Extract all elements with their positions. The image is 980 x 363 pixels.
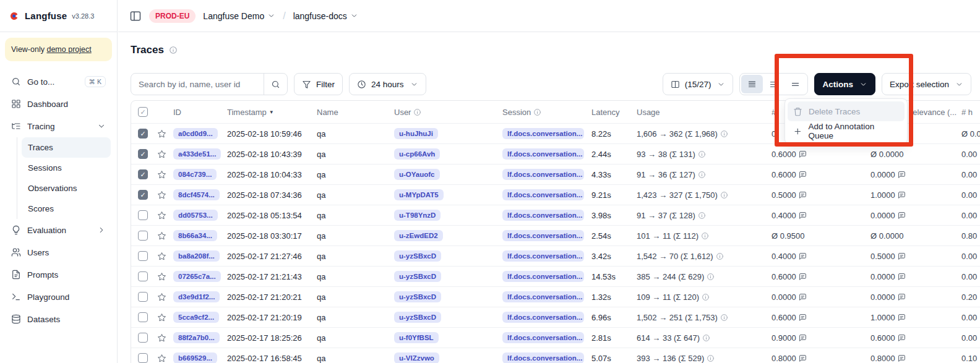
sidebar-item-tracing[interactable]: Tracing — [6, 115, 111, 137]
info-icon[interactable] — [701, 232, 709, 240]
table-row[interactable]: ✓ a433de51... 2025-02-18 10:43:39 qa u-c… — [131, 143, 980, 164]
actions-button[interactable]: Actions — [814, 73, 875, 95]
comment-icon[interactable] — [898, 273, 906, 281]
menu-item-delete-traces[interactable]: Delete Traces — [788, 101, 905, 121]
column-header-relevance[interactable]: relevance (... — [910, 108, 961, 117]
column-header-user[interactable]: User — [394, 108, 502, 117]
session-id-badge[interactable]: lf.docs.conversation... — [502, 210, 584, 221]
project-switcher[interactable]: langfuse-docs — [293, 11, 358, 21]
info-icon[interactable] — [698, 211, 706, 220]
filter-button[interactable]: Filter — [294, 73, 343, 95]
user-id-badge[interactable]: u-cp66Avh — [394, 148, 440, 160]
time-range-button[interactable]: 24 hours — [349, 73, 426, 95]
row-checkbox[interactable]: ✓ — [138, 271, 148, 281]
bookmark-star-icon[interactable] — [157, 231, 166, 241]
session-id-badge[interactable]: lf.docs.conversation... — [502, 312, 584, 323]
info-icon[interactable] — [698, 150, 706, 158]
comment-icon[interactable] — [799, 150, 807, 158]
column-header-usage[interactable]: Usage — [637, 108, 772, 117]
session-id-badge[interactable]: lf.docs.conversation... — [502, 271, 584, 282]
info-icon[interactable] — [698, 171, 706, 179]
row-checkbox[interactable]: ✓ — [138, 190, 148, 200]
trace-id-badge[interactable]: 5cca9cf2... — [173, 312, 219, 323]
session-id-badge[interactable]: lf.docs.conversation... — [502, 169, 584, 180]
user-id-badge[interactable]: u-OYauofc — [394, 169, 440, 180]
org-switcher[interactable]: Langfuse Demo — [203, 11, 275, 21]
row-checkbox[interactable]: ✓ — [138, 231, 148, 241]
comment-icon[interactable] — [799, 191, 807, 199]
column-header-latency[interactable]: Latency — [591, 108, 637, 117]
session-id-badge[interactable]: lf.docs.conversation... — [502, 128, 584, 139]
trace-id-badge[interactable]: 8b66a34... — [173, 230, 217, 241]
row-checkbox[interactable]: ✓ — [138, 149, 148, 159]
info-icon[interactable] — [702, 293, 710, 301]
session-id-badge[interactable]: lf.docs.conversation... — [502, 148, 584, 160]
table-row[interactable]: ✓ d3e9d1f2... 2025-02-17 21:20:21 qa u-y… — [131, 286, 980, 307]
column-header-name[interactable]: Name — [317, 108, 394, 117]
info-icon[interactable] — [716, 252, 724, 260]
bookmark-star-icon[interactable] — [157, 170, 166, 179]
column-header-last[interactable]: # h — [961, 108, 980, 117]
bookmark-star-icon[interactable] — [157, 150, 166, 159]
row-height-small-button[interactable] — [741, 75, 763, 93]
comment-icon[interactable] — [898, 293, 906, 301]
row-checkbox[interactable]: ✓ — [138, 292, 148, 302]
user-id-badge[interactable]: u-f0YfBSL — [394, 332, 439, 343]
table-row[interactable]: ✓ 5cca9cf2... 2025-02-17 21:20:19 qa u-y… — [131, 307, 980, 327]
table-row[interactable]: ✓ 8b66a34... 2025-02-18 03:30:17 qa u-zE… — [131, 225, 980, 246]
bookmark-star-icon[interactable] — [157, 129, 166, 139]
sidebar-item-evaluation[interactable]: Evaluation — [6, 219, 111, 241]
session-id-badge[interactable]: lf.docs.conversation... — [502, 332, 584, 343]
bookmark-star-icon[interactable] — [157, 293, 166, 302]
user-id-badge[interactable]: u-yzSBxcD — [394, 291, 441, 302]
info-icon[interactable] — [707, 354, 715, 362]
comment-icon[interactable] — [799, 334, 807, 342]
row-checkbox[interactable]: ✓ — [138, 129, 148, 139]
export-selection-button[interactable]: Export selection — [882, 73, 971, 95]
comment-icon[interactable] — [898, 171, 906, 179]
select-all-checkbox[interactable]: ✓ — [138, 107, 148, 117]
comment-icon[interactable] — [898, 314, 906, 322]
session-id-badge[interactable]: lf.docs.conversation... — [502, 230, 584, 241]
table-row[interactable]: ✓ ba8a208f... 2025-02-17 21:27:46 qa u-y… — [131, 246, 980, 266]
session-id-badge[interactable]: lf.docs.conversation... — [502, 352, 584, 363]
trace-id-badge[interactable]: 07265c7a... — [173, 271, 221, 282]
session-id-badge[interactable]: lf.docs.conversation... — [502, 291, 584, 302]
user-id-badge[interactable]: u-VIZzvwo — [394, 352, 439, 363]
bookmark-star-icon[interactable] — [157, 333, 166, 343]
session-id-badge[interactable]: lf.docs.conversation... — [502, 189, 584, 200]
sidebar-item-sessions[interactable]: Sessions — [22, 158, 111, 178]
sidebar-item-dashboard[interactable]: Dashboard — [6, 93, 111, 115]
table-row[interactable]: ✓ 88f2a7b0... 2025-02-17 18:25:26 qa u-f… — [131, 327, 980, 348]
comment-icon[interactable] — [799, 252, 807, 260]
user-id-badge[interactable]: u-yzSBxcD — [394, 271, 441, 282]
row-checkbox[interactable]: ✓ — [138, 169, 148, 179]
comment-icon[interactable] — [898, 334, 906, 342]
sidebar-item-observations[interactable]: Observations — [22, 178, 111, 199]
row-height-medium-button[interactable] — [763, 75, 784, 93]
trace-id-badge[interactable]: dd05753... — [173, 210, 218, 221]
search-submit-button[interactable] — [264, 74, 287, 95]
comment-icon[interactable] — [799, 273, 807, 281]
user-id-badge[interactable]: u-T98YnzD — [394, 210, 441, 221]
bookmark-star-icon[interactable] — [157, 190, 166, 200]
panel-left-toggle-icon[interactable] — [129, 10, 142, 22]
user-id-badge[interactable]: u-yzSBxcD — [394, 312, 441, 323]
user-id-badge[interactable]: u-yzSBxcD — [394, 250, 441, 262]
row-checkbox[interactable]: ✓ — [138, 353, 148, 363]
sidebar-item-datasets[interactable]: Datasets — [6, 308, 111, 330]
column-header-timestamp[interactable]: Timestamp▼ — [227, 108, 317, 117]
info-icon[interactable] — [169, 46, 178, 54]
demo-project-link[interactable]: demo project — [46, 45, 91, 54]
bookmark-star-icon[interactable] — [157, 272, 166, 281]
bookmark-star-icon[interactable] — [157, 354, 166, 363]
trace-id-badge[interactable]: d3e9d1f2... — [173, 291, 220, 302]
comment-icon[interactable] — [799, 293, 807, 301]
comment-icon[interactable] — [898, 354, 906, 362]
comment-icon[interactable] — [898, 211, 906, 220]
trace-id-badge[interactable]: 88f2a7b0... — [173, 332, 220, 343]
bookmark-star-icon[interactable] — [157, 252, 166, 261]
table-row[interactable]: ✓ b669529... 2025-02-17 16:58:45 qa u-VI… — [131, 348, 980, 363]
sidebar-item-scores[interactable]: Scores — [22, 199, 111, 219]
trace-id-badge[interactable]: 084c739... — [173, 169, 217, 180]
